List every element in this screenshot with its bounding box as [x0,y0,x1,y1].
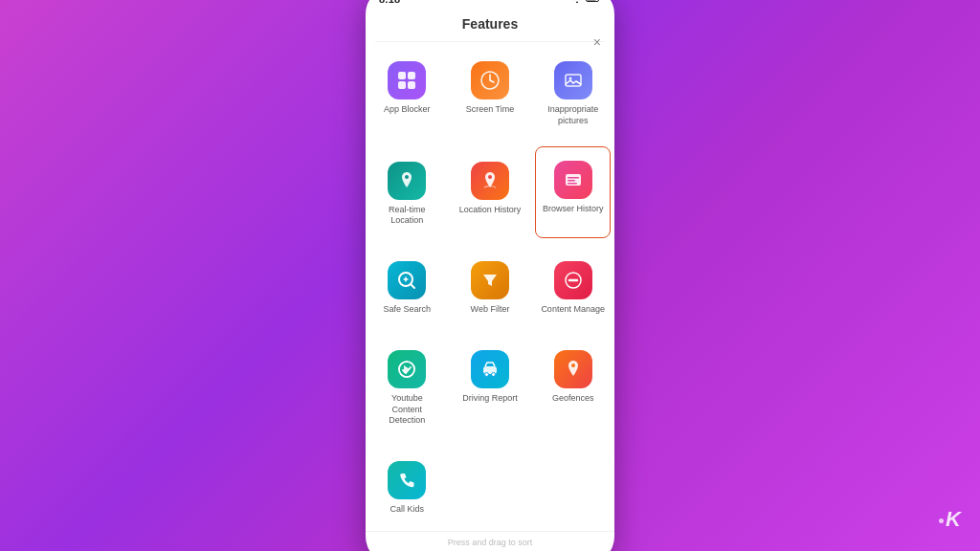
real-time-location-icon [388,162,426,200]
feature-item-driving-report[interactable]: Driving Report [453,335,528,438]
screen-time-label: Screen Time [466,104,515,116]
feature-item-call-kids[interactable]: Call Kids [369,446,445,527]
web-filter-icon [471,261,509,299]
features-grid: App Blocker Screen Time Inappropriate pi… [366,42,614,530]
knewton-logo: K [939,507,961,532]
feature-item-inappropriate-pictures[interactable]: Inappropriate pictures [535,46,611,138]
status-bar: 8:18 ··· [366,0,614,9]
browser-history-icon [554,161,592,199]
inappropriate-pictures-label: Inappropriate pictures [541,104,605,126]
safe-search-label: Safe Search [384,304,432,316]
browser-history-label: Browser History [543,204,604,215]
call-kids-label: Call Kids [390,504,425,516]
screen-time-icon [471,61,509,99]
content-manage-label: Content Manage [541,304,605,316]
feature-item-screen-time[interactable]: Screen Time [453,46,528,138]
feature-item-geofences[interactable]: Geofences [535,335,611,438]
battery-icon [586,0,601,5]
svg-rect-13 [568,180,575,182]
youtube-content-detection-label: Youtube Content Detection [375,393,439,427]
call-kids-icon [388,461,426,499]
feature-item-app-blocker[interactable]: App Blocker [369,46,445,138]
inappropriate-pictures-icon [554,61,592,99]
modal-title: Features [375,9,605,42]
feature-item-real-time-location[interactable]: Real-time Location [369,146,445,238]
feature-item-browser-history[interactable]: Browser History [535,146,611,238]
svg-rect-3 [408,72,415,79]
web-filter-label: Web Filter [471,304,510,316]
svg-rect-5 [408,81,415,89]
svg-point-10 [488,175,492,179]
svg-rect-2 [398,72,406,79]
youtube-content-detection-icon [388,350,426,388]
real-time-location-label: Real-time Location [375,205,439,227]
feature-item-youtube-content-detection[interactable]: Youtube Content Detection [369,335,445,438]
svg-rect-7 [566,75,581,86]
driving-report-icon [471,350,509,388]
app-blocker-label: App Blocker [384,104,431,116]
svg-rect-12 [568,177,579,179]
location-history-label: Location History [459,205,522,216]
feature-item-content-manage[interactable]: Content Manage [535,246,611,327]
feature-item-safe-search[interactable]: Safe Search [369,246,445,327]
app-blocker-icon [388,61,426,99]
content-manage-icon [554,261,592,299]
phone-frame: 8:18 ··· Features × [366,0,614,551]
footer-hint: Press and drag to sort [366,531,614,551]
svg-point-20 [484,372,488,376]
svg-point-21 [491,372,495,376]
status-time: 8:18 [379,0,400,5]
svg-point-9 [405,175,409,179]
feature-item-web-filter[interactable]: Web Filter [453,246,528,327]
svg-rect-14 [568,183,577,185]
wifi-icon [571,0,583,5]
geofences-icon [554,350,592,388]
close-button[interactable]: × [593,35,601,49]
signal-icon: ··· [561,0,568,4]
svg-rect-1 [588,0,596,1]
safe-search-icon [388,261,426,299]
svg-rect-4 [398,81,406,89]
location-history-icon [471,162,509,200]
geofences-label: Geofences [552,393,594,405]
status-icons: ··· [561,0,601,5]
feature-item-location-history[interactable]: Location History [453,146,528,238]
driving-report-label: Driving Report [462,393,518,405]
svg-point-22 [571,364,575,367]
